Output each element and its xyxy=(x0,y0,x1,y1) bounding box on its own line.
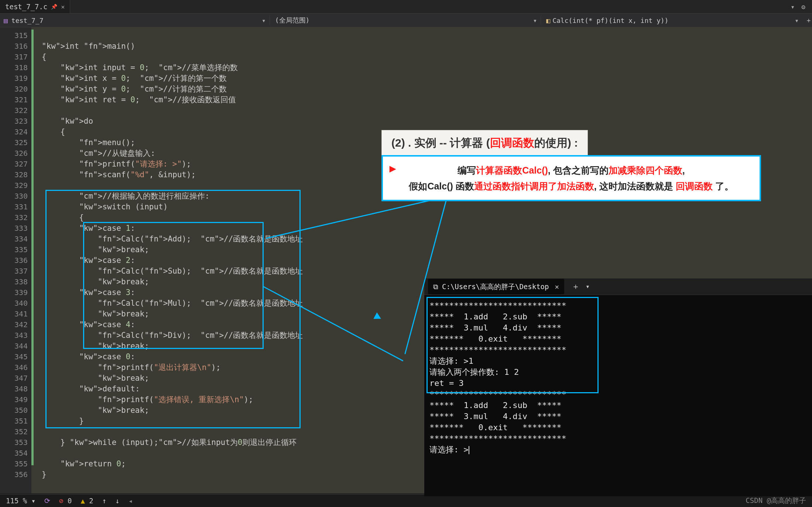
tabbar-right-controls: ▾ ⚙ xyxy=(791,3,812,11)
chevron-down-icon[interactable]: ▾ xyxy=(262,17,270,24)
arrow-down-icon[interactable]: ↓ xyxy=(115,497,119,505)
pin-icon: 📌 xyxy=(51,4,57,10)
scope-bar: ▤ test_7_7 ▾ (全局范围) ▾ ◧ Calc(int(* pf)(i… xyxy=(0,14,812,27)
chevron-down-icon[interactable]: ▾ xyxy=(791,3,795,11)
error-count[interactable]: ⊘ 0 xyxy=(59,497,72,505)
close-icon[interactable]: ✕ xyxy=(61,3,65,10)
line-number-gutter: 3153163173183193203213223233243253263273… xyxy=(0,27,31,493)
sync-icon[interactable]: ⟳ xyxy=(44,497,50,505)
chevron-down-icon[interactable]: ▾ xyxy=(583,281,592,292)
terminal-body[interactable]: **************************** ***** 1.add… xyxy=(424,295,812,460)
annotation-description: ▶ 编写计算器函数Calc(), 包含之前写的加减乘除四个函数, 假如Calc(… xyxy=(381,155,761,201)
file-tabbar: test_7_7.c 📌 ✕ ▾ ⚙ xyxy=(0,0,812,14)
scope-file[interactable]: ▤ test_7_7 ▾ xyxy=(0,17,270,24)
terminal-window: ⧉ C:\Users\高高的胖子\Desktop ✕ ＋ ▾ *********… xyxy=(424,278,812,496)
file-tab[interactable]: test_7_7.c 📌 ✕ xyxy=(0,0,70,13)
arrow-up-icon[interactable]: ↑ xyxy=(102,497,106,505)
chevron-down-icon[interactable]: ▾ xyxy=(533,17,541,24)
watermark: CSDN @高高的胖子 xyxy=(746,496,806,506)
terminal-tab[interactable]: ⧉ C:\Users\高高的胖子\Desktop ✕ xyxy=(428,279,564,294)
terminal-titlebar: ⧉ C:\Users\高高的胖子\Desktop ✕ ＋ ▾ xyxy=(424,278,812,295)
gear-icon[interactable]: ⚙ xyxy=(801,3,805,11)
scope-scope[interactable]: (全局范围) ▾ xyxy=(270,16,541,25)
tab-filename: test_7_7.c xyxy=(5,3,47,11)
new-tab-button[interactable]: ＋ xyxy=(568,281,583,292)
triangle-marker-icon: ▶ xyxy=(390,162,396,175)
scope-file-label: test_7_7 xyxy=(11,17,44,24)
indicator-icon[interactable]: ◂ xyxy=(129,497,133,505)
annotation-title: (2) . 实例 -- 计算器 (回调函数的使用) : xyxy=(381,130,588,156)
cube-icon: ◧ xyxy=(546,17,550,24)
code-editor[interactable]: 3153163173183193203213223233243253263273… xyxy=(0,27,812,493)
chevron-down-icon[interactable]: ▾ xyxy=(795,17,802,24)
scope-symbol[interactable]: ◧ Calc(int(* pf)(int x, int y)) ▾ ＋ xyxy=(541,16,812,25)
scope-symbol-label: Calc(int(* pf)(int x, int y)) xyxy=(552,17,668,24)
terminal-tab-title: C:\Users\高高的胖子\Desktop xyxy=(442,281,549,292)
zoom-level[interactable]: 115 % ▾ xyxy=(6,497,35,505)
terminal-icon: ⧉ xyxy=(433,281,438,292)
file-icon: ▤ xyxy=(4,17,8,24)
plus-icon[interactable]: ＋ xyxy=(802,16,812,25)
close-icon[interactable]: ✕ xyxy=(555,281,559,292)
scope-scope-label: (全局范围) xyxy=(275,16,310,25)
warning-count[interactable]: ▲ 2 xyxy=(80,497,93,505)
